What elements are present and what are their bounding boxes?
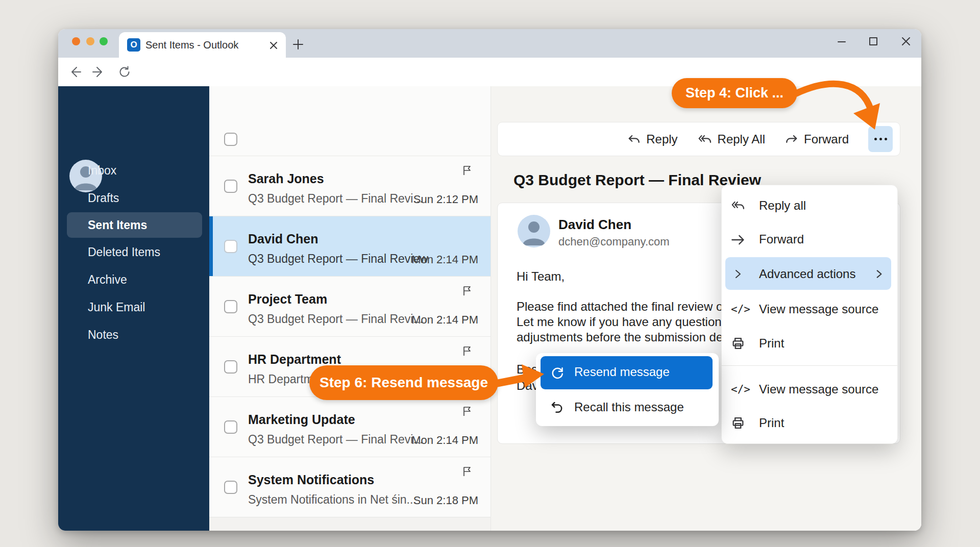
sidebar-item-deleted-items[interactable]: Deleted Items	[67, 239, 202, 265]
menu-item-advanced-actions[interactable]: Advanced actions	[722, 260, 897, 288]
maximize-icon[interactable]	[868, 36, 879, 47]
submenu-item-recall-message[interactable]: Recall this message	[541, 393, 714, 422]
browser-tab[interactable]: O Sent Items - Outlook	[119, 32, 286, 58]
list-footer	[209, 517, 491, 531]
message-row-sarah-jones[interactable]: Sarah Jones Q3 Budget Report — Final Rev…	[209, 156, 491, 216]
message-list: Sarah Jones Q3 Budget Report — Final Rev…	[209, 86, 491, 531]
sender-email: dchen@company.com	[558, 235, 670, 248]
submenu-item-label: Recall this message	[574, 400, 684, 414]
window-minimize-light[interactable]	[86, 37, 94, 45]
menu-item-view-message-source-2[interactable]: </> View message source	[722, 375, 897, 404]
sender-avatar[interactable]	[518, 215, 550, 247]
back-icon[interactable]	[68, 65, 82, 79]
body-line: adjustments before the submission dead	[517, 330, 737, 344]
forward-icon[interactable]	[92, 65, 105, 79]
printer-icon	[731, 416, 745, 430]
more-dots-icon	[879, 138, 882, 140]
menu-item-print-2[interactable]: Print	[722, 409, 897, 437]
body-signoff: Bes	[517, 362, 537, 377]
selected-row-accent	[209, 216, 213, 277]
printer-icon	[731, 336, 745, 351]
advanced-actions-submenu: Resend message Recall this message	[536, 353, 719, 426]
row-checkbox[interactable]	[224, 420, 237, 434]
sidebar-item-drafts[interactable]: Drafts	[67, 185, 202, 211]
code-icon: </>	[731, 383, 745, 395]
sidebar-item-inbox[interactable]: Inbox	[67, 158, 202, 183]
tab-close-icon[interactable]	[269, 41, 278, 50]
row-subject: Q3 Budget Report — Final Revi...	[248, 192, 423, 206]
more-dots-icon	[874, 138, 877, 140]
menu-item-view-message-source[interactable]: </> View message source	[722, 295, 897, 324]
menu-item-label: View message source	[759, 302, 878, 316]
row-checkbox[interactable]	[224, 360, 237, 374]
person-icon	[518, 215, 550, 247]
flag-icon[interactable]	[461, 164, 473, 177]
body-line: Please find attached the final review of…	[517, 300, 740, 314]
close-icon[interactable]	[900, 36, 912, 47]
tab-title: Sent Items - Outlook	[145, 39, 238, 51]
message-row-david-chen[interactable]: David Chen Q3 Budget Report — Final Revi…	[209, 216, 491, 277]
reply-label: Reply	[646, 132, 677, 146]
reply-all-label: Reply All	[718, 132, 765, 146]
window-close-light[interactable]	[72, 37, 80, 45]
forward-button[interactable]: Forward	[785, 132, 849, 146]
menu-item-print[interactable]: Print	[722, 329, 897, 358]
resend-refresh-icon	[550, 365, 565, 381]
menu-item-label: Print	[759, 336, 784, 351]
message-row-marketing-update[interactable]: Marketing Update Q3 Budget Report — Fina…	[209, 396, 491, 457]
chevron-right-icon	[731, 268, 745, 280]
flag-icon[interactable]	[461, 465, 473, 478]
more-actions-button[interactable]	[868, 126, 893, 152]
sender-name: David Chen	[558, 217, 631, 233]
new-tab-icon[interactable]	[292, 39, 304, 50]
folder-sidebar: Inbox Drafts Sent Items Deleted Items Ar…	[58, 86, 209, 531]
menu-item-label: Reply all	[759, 198, 806, 213]
sidebar-item-sent-items[interactable]: Sent Items	[67, 212, 202, 238]
row-sender: David Chen	[248, 232, 318, 246]
flag-icon[interactable]	[461, 405, 473, 417]
menu-item-label: View message source	[759, 382, 878, 396]
sidebar-item-junk-email[interactable]: Junk Email	[67, 294, 202, 320]
row-time: Mon 2:14 PM	[411, 253, 478, 266]
message-row-project-team[interactable]: Project Team Q3 Budget Report — Final Re…	[209, 276, 491, 337]
menu-item-forward[interactable]: Forward	[722, 225, 897, 254]
row-time: Sun 2:18 PM	[413, 494, 478, 507]
minimize-icon[interactable]	[836, 36, 847, 47]
message-action-bar: Reply Reply All	[497, 122, 900, 156]
reload-icon[interactable]	[118, 65, 131, 79]
forward-icon	[785, 133, 799, 146]
message-row-system-notifications[interactable]: System Notifications System Notification…	[209, 457, 491, 517]
row-checkbox[interactable]	[224, 180, 237, 193]
reply-all-button[interactable]: Reply All	[697, 132, 765, 146]
window-zoom-light[interactable]	[100, 37, 108, 45]
forward-label: Forward	[804, 132, 849, 146]
step4-callout: Step 4: Click ...	[672, 78, 797, 108]
reply-all-icon	[731, 199, 745, 212]
submenu-item-resend-message[interactable]: Resend message	[541, 356, 713, 389]
row-checkbox[interactable]	[224, 300, 237, 313]
row-sender: System Notifications	[248, 473, 374, 487]
row-time: Sun 2:12 PM	[413, 193, 478, 206]
row-subject: Q3 Budget Report — Final Review	[248, 252, 428, 266]
menu-item-label: Forward	[759, 232, 804, 246]
flag-icon[interactable]	[461, 345, 473, 357]
menu-item-label: Print	[759, 416, 784, 430]
submenu-item-label: Resend message	[574, 365, 670, 379]
arrow-right-icon	[731, 234, 745, 246]
row-checkbox[interactable]	[224, 481, 237, 494]
body-signoff: Dav	[517, 379, 538, 393]
submenu-chevron-icon	[874, 268, 884, 280]
recall-undo-icon	[550, 400, 565, 415]
row-subject: Q3 Budget Report — Final Revi...	[248, 312, 423, 326]
sidebar-item-notes[interactable]: Notes	[67, 322, 202, 347]
flag-icon[interactable]	[461, 285, 473, 297]
more-dots-icon	[885, 138, 887, 140]
row-checkbox[interactable]	[224, 240, 237, 253]
row-time: Mon 2:14 PM	[411, 434, 478, 447]
sidebar-item-archive[interactable]: Archive	[67, 267, 202, 292]
reply-button[interactable]: Reply	[627, 132, 677, 146]
select-all-checkbox[interactable]	[224, 133, 237, 146]
row-sender: Project Team	[248, 292, 327, 307]
outlook-favicon: O	[127, 38, 140, 52]
menu-item-reply-all[interactable]: Reply all	[722, 191, 897, 220]
